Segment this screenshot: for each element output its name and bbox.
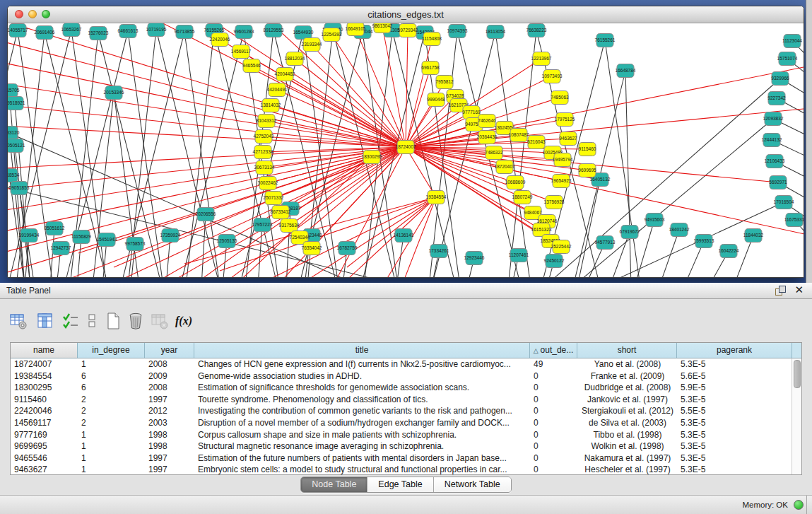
- graph-node[interactable]: 15451943: [97, 233, 117, 247]
- graph-node[interactable]: 22420046: [210, 33, 230, 47]
- network-canvas[interactable]: 1405571720691406106532671527602364661613…: [8, 23, 804, 277]
- graph-node[interactable]: 12213967: [531, 52, 552, 66]
- tab-node-table[interactable]: Node Table: [301, 477, 367, 492]
- new-table-icon[interactable]: [103, 311, 123, 331]
- graph-node[interactable]: 99601283: [234, 25, 254, 39]
- graph-node[interactable]: 20206556: [196, 208, 216, 221]
- graph-node[interactable]: 9115460: [579, 143, 596, 156]
- table-row[interactable]: 1938455462009Genome-wide association stu…: [11, 370, 801, 382]
- graph-node[interactable]: 17334261: [429, 245, 449, 258]
- delete-table-icon[interactable]: [126, 311, 146, 331]
- graph-node[interactable]: 12254393: [322, 28, 342, 42]
- graph-node[interactable]: 76638223: [526, 24, 547, 37]
- graph-node[interactable]: 7462640: [478, 115, 496, 128]
- graph-node[interactable]: 18720407: [495, 160, 515, 174]
- graph-edge[interactable]: [295, 59, 406, 147]
- select-rows-icon[interactable]: [61, 311, 81, 331]
- graph-node[interactable]: 9329966: [771, 72, 789, 86]
- graph-node[interactable]: 30022462: [258, 177, 278, 190]
- graph-node[interactable]: 16649105: [346, 23, 366, 36]
- graph-edge[interactable]: [406, 30, 408, 147]
- graph-node[interactable]: 12923446: [464, 252, 485, 265]
- graph-node[interactable]: 89129553: [264, 24, 284, 37]
- graph-node[interactable]: 92450122: [544, 255, 565, 268]
- graph-node[interactable]: 25071332: [264, 192, 284, 205]
- graph-edge[interactable]: [184, 32, 220, 277]
- graph-node[interactable]: 42004482: [275, 68, 295, 81]
- graph-node[interactable]: 10807487: [509, 129, 529, 142]
- graph-node[interactable]: 7485063: [551, 91, 569, 105]
- graph-node[interactable]: 15993513: [694, 235, 714, 248]
- table-columns-icon[interactable]: [35, 311, 55, 331]
- graph-node[interactable]: 19654923: [551, 175, 572, 188]
- graph-node[interactable]: 15276023: [88, 27, 109, 40]
- graph-node[interactable]: 9990448: [427, 93, 445, 107]
- graph-node[interactable]: 11207461: [509, 249, 529, 262]
- graph-node[interactable]: 20691406: [35, 26, 55, 40]
- graph-node[interactable]: 10505121: [8, 139, 25, 153]
- column-header-out_de[interactable]: △out_de...: [530, 343, 577, 358]
- tab-network-table[interactable]: Network Table: [434, 477, 511, 492]
- graph-node[interactable]: 9699695: [578, 164, 596, 177]
- column-header-short[interactable]: short: [577, 343, 677, 358]
- graph-node[interactable]: 7955812: [435, 76, 454, 89]
- graph-edge[interactable]: [201, 214, 206, 277]
- memory-status-indicator[interactable]: [794, 500, 804, 510]
- graph-node[interactable]: 59729342: [398, 24, 418, 37]
- graph-node[interactable]: 93175634: [279, 219, 300, 233]
- table-settings-icon[interactable]: [8, 311, 28, 331]
- graph-edge[interactable]: [406, 105, 459, 147]
- graph-node[interactable]: 86733412: [271, 206, 291, 219]
- graph-node[interactable]: 85051612: [45, 222, 65, 235]
- graph-node[interactable]: 18300295: [362, 151, 382, 164]
- graph-node[interactable]: 19495794: [553, 153, 573, 167]
- graph-node[interactable]: 10653267: [61, 23, 82, 37]
- graph-node[interactable]: 12505135: [217, 235, 237, 248]
- graph-node[interactable]: 17016504: [774, 196, 794, 209]
- graph-node[interactable]: 99758573: [125, 238, 146, 251]
- graph-node[interactable]: 96713855: [175, 25, 195, 39]
- graph-node[interactable]: 9465546: [242, 59, 261, 73]
- graph-node[interactable]: 42752043: [254, 130, 274, 144]
- graph-node[interactable]: 12106433: [765, 155, 785, 168]
- graph-node[interactable]: 16544930: [293, 26, 314, 40]
- graph-node[interactable]: 19518921: [8, 97, 25, 110]
- table-scrollbar-thumb[interactable]: [794, 360, 801, 388]
- graph-node[interactable]: 11123044: [782, 35, 802, 48]
- graph-node[interactable]: 12093832: [763, 112, 784, 126]
- graph-edge[interactable]: [8, 30, 71, 277]
- graph-node[interactable]: 11844032: [743, 229, 764, 243]
- graph-node[interactable]: 76155261: [595, 34, 616, 47]
- graph-node[interactable]: 64661613: [118, 25, 139, 38]
- graph-edge[interactable]: [50, 147, 406, 277]
- graph-node[interactable]: 9777169: [462, 106, 481, 119]
- graph-node[interactable]: 76354042: [302, 242, 322, 255]
- graph-node[interactable]: 12942737: [51, 242, 71, 255]
- graph-node[interactable]: 94915603: [645, 214, 665, 227]
- graph-node[interactable]: 25225442: [551, 240, 572, 254]
- graph-node[interactable]: 59051853: [9, 182, 30, 195]
- network-window-titlebar[interactable]: citations_edges.txt: [8, 6, 804, 23]
- graph-node[interactable]: 23193344: [302, 38, 322, 52]
- graph-node[interactable]: 16042224: [719, 245, 739, 258]
- graph-node[interactable]: 16782759: [337, 242, 358, 255]
- graph-node[interactable]: 9463627: [559, 132, 577, 146]
- graph-edge[interactable]: [8, 126, 406, 147]
- graph-node[interactable]: 10974393: [447, 25, 468, 38]
- graph-edge[interactable]: [406, 147, 804, 235]
- column-header-in_degree[interactable]: in_degree: [78, 343, 145, 358]
- float-panel-icon[interactable]: [775, 286, 785, 296]
- graph-node[interactable]: 19384554: [426, 191, 447, 204]
- column-header-name[interactable]: name: [11, 343, 78, 358]
- graph-node[interactable]: 20364436: [477, 131, 498, 144]
- graph-node[interactable]: 11156829: [71, 230, 91, 244]
- graph-node[interactable]: 14569117: [231, 45, 252, 59]
- graph-node[interactable]: 6961758: [421, 62, 440, 75]
- graph-edge[interactable]: [93, 93, 114, 277]
- graph-edge[interactable]: [8, 23, 406, 147]
- close-panel-icon[interactable]: ✕: [794, 284, 804, 296]
- table-row[interactable]: 1872400712008Changes of HCN gene express…: [11, 358, 801, 370]
- table-row[interactable]: 977716911998Corpus callosum shape and si…: [11, 429, 801, 441]
- graph-node[interactable]: 44204491: [267, 83, 288, 97]
- graph-node[interactable]: 39199434: [19, 229, 40, 243]
